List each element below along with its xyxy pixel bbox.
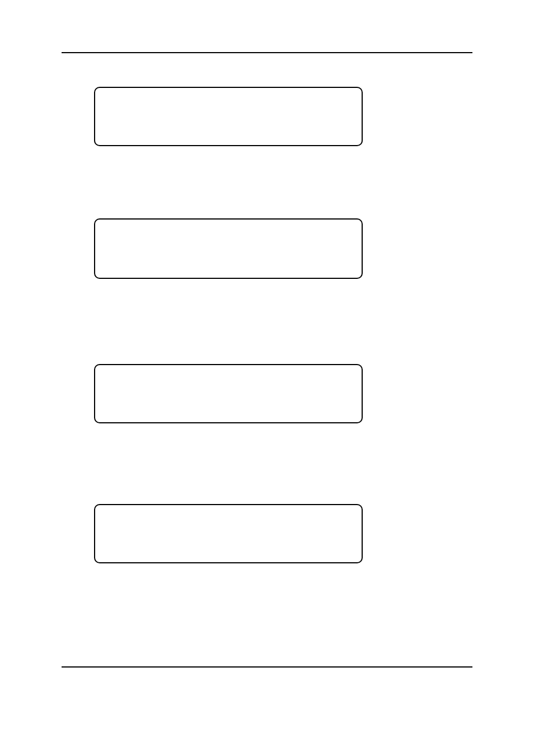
- content-box-2: [94, 218, 363, 279]
- header-rule: [62, 52, 472, 53]
- document-page: [0, 0, 534, 756]
- content-box-3: [94, 364, 363, 423]
- content-box-4: [94, 504, 363, 563]
- footer-rule: [62, 666, 472, 668]
- content-box-1: [94, 87, 363, 146]
